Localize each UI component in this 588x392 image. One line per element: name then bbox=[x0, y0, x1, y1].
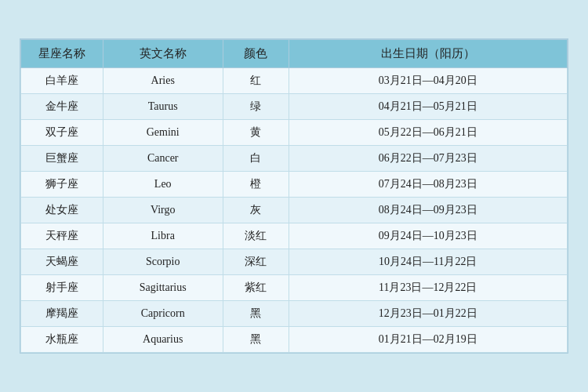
cell-color: 淡红 bbox=[223, 223, 289, 249]
cell-english: Capricorn bbox=[103, 301, 223, 327]
cell-color: 橙 bbox=[223, 172, 289, 198]
table-body: 白羊座Aries红03月21日—04月20日金牛座Taurus绿04月21日—0… bbox=[21, 68, 568, 353]
cell-color: 灰 bbox=[223, 198, 289, 223]
table-row: 金牛座Taurus绿04月21日—05月21日 bbox=[21, 94, 568, 120]
cell-color: 紫红 bbox=[223, 275, 289, 301]
table-row: 天秤座Libra淡红09月24日—10月23日 bbox=[21, 223, 568, 249]
cell-date: 05月22日—06月21日 bbox=[289, 120, 568, 146]
cell-english: Virgo bbox=[103, 198, 223, 223]
header-english: 英文名称 bbox=[103, 40, 223, 68]
table-row: 天蝎座Scorpio深红10月24日—11月22日 bbox=[21, 249, 568, 275]
cell-date: 01月21日—02月19日 bbox=[289, 327, 568, 353]
table-row: 处女座Virgo灰08月24日—09月23日 bbox=[21, 198, 568, 223]
cell-english: Taurus bbox=[103, 94, 223, 120]
cell-color: 黑 bbox=[223, 301, 289, 327]
cell-chinese: 金牛座 bbox=[21, 94, 103, 120]
cell-color: 红 bbox=[223, 68, 289, 94]
cell-date: 12月23日—01月22日 bbox=[289, 301, 568, 327]
table-row: 白羊座Aries红03月21日—04月20日 bbox=[21, 68, 568, 94]
cell-color: 深红 bbox=[223, 249, 289, 275]
cell-chinese: 白羊座 bbox=[21, 68, 103, 94]
cell-english: Cancer bbox=[103, 146, 223, 172]
cell-english: Scorpio bbox=[103, 249, 223, 275]
cell-chinese: 水瓶座 bbox=[21, 327, 103, 353]
cell-chinese: 摩羯座 bbox=[21, 301, 103, 327]
table-header-row: 星座名称 英文名称 颜色 出生日期（阳历） bbox=[21, 40, 568, 68]
cell-english: Libra bbox=[103, 223, 223, 249]
cell-english: Gemini bbox=[103, 120, 223, 146]
cell-date: 03月21日—04月20日 bbox=[289, 68, 568, 94]
cell-english: Aquarius bbox=[103, 327, 223, 353]
cell-color: 黄 bbox=[223, 120, 289, 146]
cell-date: 10月24日—11月22日 bbox=[289, 249, 568, 275]
cell-date: 11月23日—12月22日 bbox=[289, 275, 568, 301]
cell-date: 08月24日—09月23日 bbox=[289, 198, 568, 223]
cell-date: 04月21日—05月21日 bbox=[289, 94, 568, 120]
cell-english: Leo bbox=[103, 172, 223, 198]
table-row: 水瓶座Aquarius黑01月21日—02月19日 bbox=[21, 327, 568, 353]
cell-chinese: 射手座 bbox=[21, 275, 103, 301]
cell-date: 06月22日—07月23日 bbox=[289, 146, 568, 172]
cell-color: 绿 bbox=[223, 94, 289, 120]
cell-date: 07月24日—08月23日 bbox=[289, 172, 568, 198]
table-row: 狮子座Leo橙07月24日—08月23日 bbox=[21, 172, 568, 198]
table-row: 巨蟹座Cancer白06月22日—07月23日 bbox=[21, 146, 568, 172]
header-color: 颜色 bbox=[223, 40, 289, 68]
cell-chinese: 双子座 bbox=[21, 120, 103, 146]
table-row: 双子座Gemini黄05月22日—06月21日 bbox=[21, 120, 568, 146]
cell-chinese: 狮子座 bbox=[21, 172, 103, 198]
table-row: 射手座Sagittarius紫红11月23日—12月22日 bbox=[21, 275, 568, 301]
cell-date: 09月24日—10月23日 bbox=[289, 223, 568, 249]
cell-color: 白 bbox=[223, 146, 289, 172]
zodiac-table-container: 星座名称 英文名称 颜色 出生日期（阳历） 白羊座Aries红03月21日—04… bbox=[20, 38, 568, 354]
cell-color: 黑 bbox=[223, 327, 289, 353]
cell-chinese: 巨蟹座 bbox=[21, 146, 103, 172]
zodiac-table: 星座名称 英文名称 颜色 出生日期（阳历） 白羊座Aries红03月21日—04… bbox=[20, 39, 568, 353]
cell-english: Sagittarius bbox=[103, 275, 223, 301]
header-date: 出生日期（阳历） bbox=[289, 40, 568, 68]
cell-chinese: 处女座 bbox=[21, 198, 103, 223]
table-row: 摩羯座Capricorn黑12月23日—01月22日 bbox=[21, 301, 568, 327]
cell-chinese: 天秤座 bbox=[21, 223, 103, 249]
cell-english: Aries bbox=[103, 68, 223, 94]
cell-chinese: 天蝎座 bbox=[21, 249, 103, 275]
header-chinese: 星座名称 bbox=[21, 40, 103, 68]
